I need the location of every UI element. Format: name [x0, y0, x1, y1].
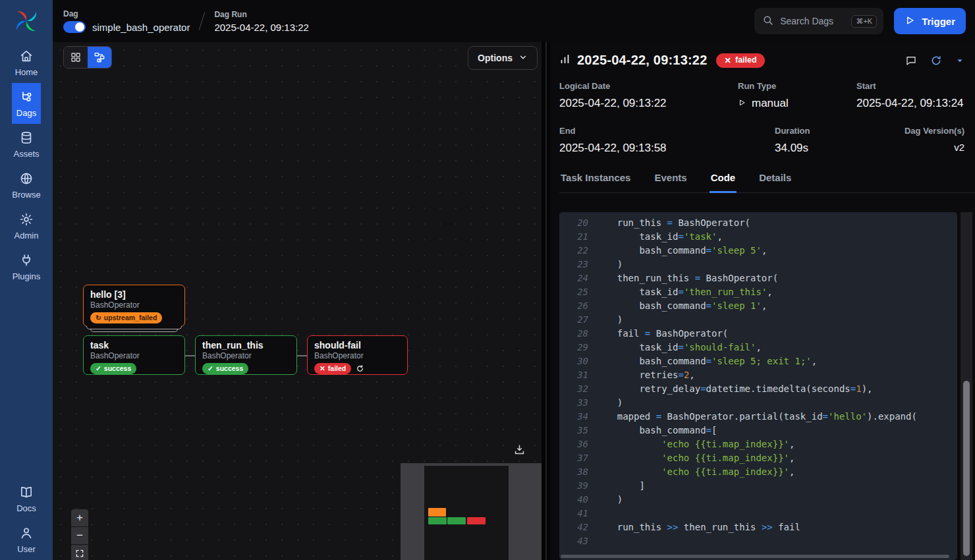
retry-icon	[356, 364, 364, 373]
search-dags-button[interactable]: Search Dags ⌘+K	[754, 8, 883, 34]
minimap-task-rect	[428, 508, 446, 517]
zoom-out-button[interactable]: −	[71, 527, 88, 544]
line-number: 24	[566, 271, 588, 285]
field-run-type: Run Typemanual	[738, 81, 856, 110]
code-line: 28 fail = BashOperator(	[559, 327, 957, 341]
dags-icon	[19, 90, 34, 104]
line-number: 39	[566, 479, 588, 493]
field-label: End	[559, 126, 775, 136]
tab-task-instances[interactable]: Task Instances	[559, 172, 632, 193]
scrollbar-thumb[interactable]	[963, 381, 970, 556]
zoom-in-button[interactable]: +	[71, 509, 88, 526]
grid-view-button[interactable]	[64, 47, 88, 68]
code-line: 21 task_id='task',	[559, 230, 957, 244]
airflow-logo-icon[interactable]	[12, 7, 41, 36]
line-number: 25	[566, 285, 588, 299]
user-icon	[19, 526, 34, 540]
horizontal-scrollbar[interactable]	[561, 555, 953, 558]
view-toggle	[63, 46, 112, 69]
dag-name-link[interactable]: simple_bash_operator	[92, 22, 190, 33]
line-number: 40	[566, 493, 588, 507]
caret-down-icon[interactable]	[955, 56, 964, 65]
code-lines: 20 run_this = BashOperator(21 task_id='t…	[559, 212, 957, 548]
sidebar-item-user[interactable]: User	[0, 519, 53, 560]
sidebar-item-browse[interactable]: Browse	[12, 165, 40, 206]
vertical-scrollbar[interactable]	[961, 212, 972, 560]
code-line: 32 retry_delay=datetime.timedelta(second…	[559, 382, 957, 396]
code-line: 22 bash_command='sleep 5',	[559, 244, 957, 258]
sidebar-item-assets[interactable]: Assets	[12, 124, 40, 165]
graph-edge	[185, 355, 195, 356]
graph-view-button[interactable]	[88, 47, 111, 68]
sidebar-item-dags[interactable]: Dags	[12, 83, 40, 124]
code-line: 38 'echo {{ti.map_index}}',	[559, 465, 957, 479]
browse-icon	[19, 171, 34, 186]
field-value: v2	[891, 142, 964, 153]
sidebar-item-admin[interactable]: Admin	[12, 206, 40, 246]
sidebar-item-plugins[interactable]: Plugins	[12, 246, 40, 287]
minimap-task-rect	[467, 517, 486, 524]
bar-chart-icon	[559, 53, 571, 67]
task-node-hello-3-[interactable]: hello [3]BashOperator↻upstream_failed	[83, 285, 185, 327]
docs-icon	[19, 485, 34, 499]
line-number: 41	[566, 507, 588, 520]
run-title: 2025-04-22, 09:13:22	[577, 53, 707, 68]
task-state-badge: ✕failed	[314, 363, 351, 374]
code-line: 42 run_this >> then_run_this >> fail	[559, 520, 957, 534]
line-number: 23	[566, 258, 588, 271]
download-icon[interactable]	[513, 443, 526, 459]
minimap[interactable]	[401, 463, 542, 560]
field-value: 2025-04-22, 09:13:58	[559, 142, 775, 155]
line-number: 37	[566, 451, 588, 465]
chevron-down-icon	[518, 53, 528, 64]
run-header: 2025-04-22, 09:13:22 ✕ failed	[559, 53, 964, 68]
field-label: Run Type	[738, 81, 856, 91]
sidebar-item-docs[interactable]: Docs	[0, 478, 53, 519]
line-number: 21	[566, 230, 588, 244]
note-icon[interactable]	[905, 55, 917, 67]
fit-view-button[interactable]	[71, 545, 88, 560]
code-line: 41	[559, 507, 957, 520]
field-start: Start2025-04-22, 09:13:24	[856, 81, 964, 110]
scrollbar-thumb[interactable]	[561, 555, 949, 558]
field-label: Duration	[775, 126, 891, 136]
field-label: Start	[856, 81, 964, 91]
line-number: 33	[566, 396, 588, 410]
line-number: 35	[566, 424, 588, 437]
line-number: 29	[566, 341, 588, 354]
graph-panel: Options hello [3]BashOperator↻upstream_f…	[53, 42, 542, 560]
task-node-then-run-this[interactable]: then_run_thisBashOperator✓success	[195, 335, 297, 375]
line-number: 31	[566, 368, 588, 382]
code-line: 31 retries=2,	[559, 368, 957, 382]
dag-pause-toggle[interactable]	[63, 21, 86, 33]
task-node-should-fail[interactable]: should-failBashOperator✕failed	[307, 335, 408, 375]
assets-icon	[19, 130, 34, 145]
line-number: 30	[566, 354, 588, 368]
play-icon	[905, 15, 915, 28]
play-icon	[738, 97, 746, 110]
task-node-task[interactable]: taskBashOperator✓success	[83, 335, 185, 375]
line-number: 38	[566, 465, 588, 479]
field-value: 34.09s	[775, 142, 891, 155]
search-shortcut-badge: ⌘+K	[851, 15, 877, 28]
graph-edge	[297, 355, 307, 356]
tab-events[interactable]: Events	[653, 172, 688, 193]
refresh-icon[interactable]	[930, 55, 942, 67]
top-bar: Dag simple_bash_operator Dag Run 2025-04…	[53, 0, 975, 42]
trigger-button[interactable]: Trigger	[894, 8, 966, 34]
options-button[interactable]: Options	[468, 46, 538, 70]
code-line: 43	[559, 534, 957, 548]
tab-details[interactable]: Details	[758, 172, 793, 193]
code-line: 25 task_id='then_run_this',	[559, 285, 957, 299]
sidebar-item-home[interactable]: Home	[12, 42, 40, 83]
breadcrumb-dag-run: Dag Run 2025-04-22, 09:13:22	[214, 10, 308, 33]
line-number: 34	[566, 410, 588, 424]
code-line: 29 task_id='should-fail',	[559, 341, 957, 354]
task-state-badge: ✓success	[90, 363, 136, 374]
panel-splitter[interactable]	[545, 42, 547, 560]
breadcrumb-separator	[199, 13, 206, 30]
tab-code[interactable]: Code	[710, 172, 737, 193]
sidebar-item-label: Docs	[16, 503, 36, 513]
line-number: 22	[566, 244, 588, 258]
line-number: 27	[566, 313, 588, 327]
